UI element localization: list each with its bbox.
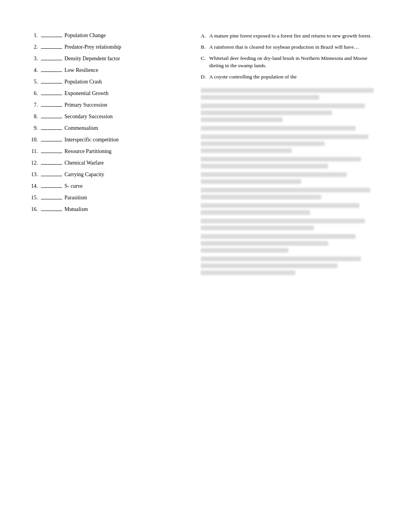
vocab-number: 6. xyxy=(27,90,38,97)
vocab-blank xyxy=(41,199,62,199)
blurred-line xyxy=(201,263,337,268)
vocab-blank xyxy=(41,106,62,107)
blurred-answers xyxy=(201,88,383,275)
vocab-number: 11. xyxy=(27,148,38,155)
vocab-blank xyxy=(41,211,62,211)
blurred-line xyxy=(201,88,374,93)
blurred-line xyxy=(201,210,310,215)
vocab-item: 16.Mutualism xyxy=(27,206,189,212)
vocab-item: 11.Resource Partitioning xyxy=(27,148,189,155)
blurred-block xyxy=(201,172,383,184)
description-section: A.A mature pine forest exposed to a fore… xyxy=(197,32,383,279)
vocab-term: Density Dependent factor xyxy=(64,56,120,62)
vocab-item: 4.Low Resilience xyxy=(27,67,189,73)
vocab-number: 14. xyxy=(27,183,38,189)
vocab-item: 15.Parasitism xyxy=(27,195,189,201)
vocab-item: 2.Predator-Prey relationship xyxy=(27,44,189,50)
vocab-blank xyxy=(41,141,62,141)
blurred-block xyxy=(201,257,383,275)
blurred-line xyxy=(201,157,361,161)
blurred-line xyxy=(201,148,292,153)
vocab-blank xyxy=(41,118,62,118)
blurred-block xyxy=(201,219,383,230)
description-text: Whitetail deer feeding on dry-land brush… xyxy=(209,55,383,70)
vocab-item: 10.Interspecific competition xyxy=(27,137,189,143)
description-letter: B. xyxy=(201,44,208,51)
vocab-number: 5. xyxy=(27,79,38,85)
vocab-item: 3.Density Dependent factor xyxy=(27,56,189,62)
blurred-line xyxy=(201,257,361,261)
blurred-line xyxy=(201,164,328,168)
vocab-term: Interspecific competition xyxy=(64,137,119,143)
vocab-blank xyxy=(41,95,62,95)
vocab-blank xyxy=(41,48,62,49)
vocab-number: 3. xyxy=(27,56,38,62)
blurred-line xyxy=(201,104,365,108)
description-item: B.A rainforest that is cleared for soybe… xyxy=(201,44,383,51)
blurred-block xyxy=(201,134,383,153)
vocab-number: 1. xyxy=(27,32,38,39)
description-item: C.Whitetail deer feeding on dry-land bru… xyxy=(201,55,383,70)
vocab-item: 12.Chemical Warfare xyxy=(27,160,189,166)
description-list: A.A mature pine forest exposed to a fore… xyxy=(201,32,383,80)
vocab-blank xyxy=(41,187,62,188)
vocab-term: Commensalism xyxy=(64,125,98,131)
description-letter: D. xyxy=(201,73,208,81)
blurred-block xyxy=(201,104,383,122)
blurred-line xyxy=(201,270,295,275)
blurred-block xyxy=(201,88,383,100)
vocab-item: 1.Population Change xyxy=(27,32,189,39)
vocab-term: Population Crash xyxy=(64,79,102,85)
vocab-blank xyxy=(41,83,62,83)
vocab-item: 8.Secondary Succession xyxy=(27,114,189,120)
blurred-line xyxy=(201,172,347,177)
blurred-block xyxy=(201,234,383,253)
vocab-list: 1.Population Change2.Predator-Prey relat… xyxy=(27,32,189,279)
blurred-line xyxy=(201,110,332,115)
description-text: A coyote controlling the population of t… xyxy=(209,73,383,81)
vocab-blank xyxy=(41,37,62,37)
vocab-term: Resource Partitioning xyxy=(64,148,112,155)
vocab-blank xyxy=(41,129,62,130)
description-text: A mature pine forest exposed to a forest… xyxy=(209,32,383,40)
blurred-block xyxy=(201,157,383,168)
blurred-line xyxy=(201,195,321,199)
description-item: A.A mature pine forest exposed to a fore… xyxy=(201,32,383,40)
blurred-block xyxy=(201,203,383,215)
vocab-blank xyxy=(41,153,62,153)
vocab-item: 7.Primary Succession xyxy=(27,102,189,108)
vocab-term: Chemical Warfare xyxy=(64,160,104,166)
blurred-line xyxy=(201,248,288,253)
description-item: D.A coyote controlling the population of… xyxy=(201,73,383,81)
blurred-line xyxy=(201,95,319,100)
description-letter: C. xyxy=(201,55,208,70)
blurred-line xyxy=(201,126,356,131)
vocab-item: 14.S- curve xyxy=(27,183,189,189)
description-text: A rainforest that is cleared for soybean… xyxy=(209,44,383,51)
blurred-line xyxy=(201,179,301,184)
vocab-number: 16. xyxy=(27,206,38,212)
vocab-number: 13. xyxy=(27,172,38,178)
vocab-number: 7. xyxy=(27,102,38,108)
vocab-term: Population Change xyxy=(64,32,106,39)
vocab-term: S- curve xyxy=(64,183,83,189)
blurred-line xyxy=(201,134,368,139)
vocab-blank xyxy=(41,164,62,165)
blurred-line xyxy=(201,188,370,192)
vocab-term: Exponential Growth xyxy=(64,90,108,97)
vocab-term: Predator-Prey relationship xyxy=(64,44,121,50)
blurred-block xyxy=(201,188,383,199)
blurred-line xyxy=(201,141,325,146)
vocab-number: 12. xyxy=(27,160,38,166)
vocab-number: 10. xyxy=(27,137,38,143)
vocab-item: 6.Exponential Growth xyxy=(27,90,189,97)
blurred-line xyxy=(201,241,328,246)
vocab-number: 2. xyxy=(27,44,38,50)
vocab-blank xyxy=(41,60,62,60)
vocab-number: 4. xyxy=(27,67,38,73)
blurred-block xyxy=(201,126,383,131)
vocab-term: Parasitism xyxy=(64,195,87,201)
vocab-term: Mutualism xyxy=(64,206,88,212)
blurred-line xyxy=(201,117,283,122)
vocab-number: 9. xyxy=(27,125,38,131)
